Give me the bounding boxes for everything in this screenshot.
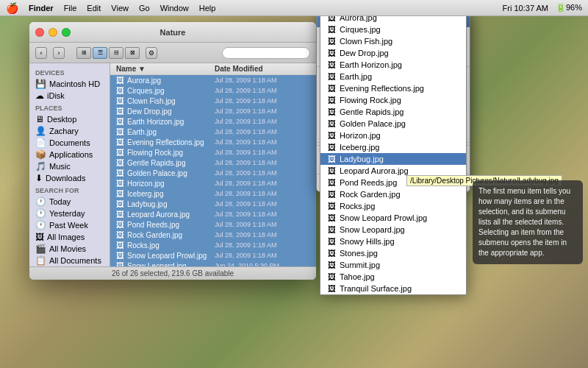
menu-window[interactable]: Window	[160, 4, 189, 13]
status-bar: 26 of 26 selected, 219.6 GB available	[29, 266, 316, 280]
minimize-button[interactable]	[49, 28, 57, 37]
menu-view[interactable]: View	[111, 4, 129, 13]
menu-finder[interactable]: Finder	[29, 4, 54, 13]
close-button[interactable]	[35, 28, 44, 37]
sidebar-item-applications[interactable]: 📦 Applications	[29, 149, 110, 160]
list-item[interactable]: 🖼Earth.jpg	[320, 71, 466, 82]
file-icon: 🖼	[328, 72, 336, 81]
sidebar-item-label: Downloads	[46, 174, 85, 183]
table-row[interactable]: 🖼Cirques.jpgJul 28, 2009 1:18 AM	[110, 85, 316, 96]
coverflow-view-button[interactable]: ⊠	[125, 47, 140, 59]
forward-button[interactable]: ›	[53, 47, 65, 59]
table-row[interactable]: 🖼Evening Reflections.jpgJul 28, 2009 1:1…	[110, 137, 316, 147]
sidebar-item-documents[interactable]: 📄 Documents	[29, 137, 110, 149]
menu-go[interactable]: Go	[139, 4, 150, 13]
menubar-left: 🍎 Finder File Edit View Go Window Help	[6, 2, 215, 14]
table-row[interactable]: 🖼Clown Fish.jpgJul 28, 2009 1:18 AM	[110, 96, 316, 106]
table-row[interactable]: 🖼Iceberg.jpgJul 28, 2009 1:18 AM	[110, 188, 316, 199]
list-item[interactable]: 🖼Stones.jpg	[320, 247, 466, 259]
file-item-label: Rock Garden.jpg	[340, 190, 401, 199]
list-item[interactable]: 🖼Rocks.jpg	[320, 200, 466, 212]
file-name: Leopard Aurora.jpg	[127, 210, 215, 219]
documents-icon: 📄	[35, 138, 46, 148]
table-row[interactable]: 🖼Earth Horizon.jpgJul 28, 2009 1:18 AM	[110, 116, 316, 127]
file-icon: 🖼	[116, 210, 124, 219]
table-row[interactable]: 🖼Pond Reeds.jpgJul 28, 2009 1:18 AM	[110, 219, 316, 230]
list-item[interactable]: 🖼Tahoe.jpg	[320, 271, 466, 283]
file-date: Jul 28, 2009 1:18 AM	[215, 231, 310, 238]
sidebar-search-past-week[interactable]: 🕐 Past Week	[29, 219, 110, 231]
list-item[interactable]: 🖼Evening Reflections.jpg	[320, 82, 466, 94]
apple-menu-icon[interactable]: 🍎	[6, 2, 18, 14]
file-icon: 🖼	[328, 213, 336, 222]
file-icon: 🖼	[328, 190, 336, 199]
list-item[interactable]: 🖼Horizon.jpg	[320, 130, 466, 141]
sidebar-search-all-docs[interactable]: 📋 All Documents	[29, 255, 110, 266]
icon-view-button[interactable]: ⊞	[76, 47, 91, 59]
table-row[interactable]: 🖼Flowing Rock.jpgJul 28, 2009 1:18 AM	[110, 147, 316, 158]
list-item[interactable]: 🖼Dew Drop.jpg	[320, 47, 466, 59]
list-item[interactable]: 🖼Gentle Rapids.jpg	[320, 106, 466, 118]
file-list: Name ▼ Date Modified 🖼Aurora.jpgJul 28, …	[110, 63, 316, 266]
list-item[interactable]: 🖼Clown Fish.jpg	[320, 35, 466, 47]
sidebar-item-idisk[interactable]: ☁ iDisk	[29, 90, 110, 102]
list-item[interactable]: 🖼Cirques.jpg	[320, 24, 466, 35]
table-row[interactable]: 🖼Rock Garden.jpgJul 28, 2009 1:18 AM	[110, 230, 316, 240]
file-item-label: Summit.jpg	[340, 261, 380, 269]
sidebar-search-all-images[interactable]: 🖼 All Images	[29, 231, 110, 243]
view-buttons: ⊞ ☰ ⊟ ⊠	[76, 47, 140, 59]
file-icon: 🖼	[116, 169, 124, 177]
table-row[interactable]: 🖼Golden Palace.jpgJul 28, 2009 1:18 AM	[110, 168, 316, 178]
table-row[interactable]: 🖼Gentle Rapids.jpgJul 28, 2009 1:18 AM	[110, 158, 316, 168]
list-item[interactable]: 🖼Earth Horizon.jpg	[320, 59, 466, 71]
file-icon: 🖼	[116, 96, 124, 105]
column-name-header[interactable]: Name ▼	[116, 65, 215, 73]
sidebar-item-zachary[interactable]: 👤 Zachary	[29, 125, 110, 137]
table-row[interactable]: 🖼Earth.jpgJul 28, 2009 1:18 AM	[110, 127, 316, 137]
file-icon: 🖼	[328, 272, 336, 281]
sidebar-search-all-movies[interactable]: 🎬 All Movies	[29, 243, 110, 255]
table-row[interactable]: 🖼Leopard Aurora.jpgJul 28, 2009 1:18 AM	[110, 209, 316, 219]
file-item-label: Snow Leopard Prowl.jpg	[340, 213, 427, 222]
sidebar-item-music[interactable]: 🎵 Music	[29, 160, 110, 172]
list-view-button[interactable]: ☰	[93, 47, 107, 59]
file-item-label: Cirques.jpg	[340, 25, 381, 34]
maximize-button[interactable]	[62, 28, 71, 37]
column-view-button[interactable]: ⊟	[109, 47, 123, 59]
list-item[interactable]: 🖼Ladybug.jpg	[320, 153, 466, 165]
downloads-icon: ⬇	[35, 173, 43, 183]
list-item[interactable]: 🖼Snow Leopard.jpg	[320, 224, 466, 236]
search-input[interactable]	[222, 47, 310, 59]
table-row[interactable]: 🖼Aurora.jpgJul 28, 2009 1:18 AM	[110, 75, 316, 85]
sidebar-search-yesterday[interactable]: 🕐 Yesterday	[29, 208, 110, 219]
table-row[interactable]: 🖼Horizon.jpgJul 28, 2009 1:18 AM	[110, 178, 316, 188]
back-button[interactable]: ‹	[35, 47, 47, 59]
action-button[interactable]: ⚙	[146, 47, 157, 59]
sidebar-item-desktop[interactable]: 🖥 Desktop	[29, 113, 110, 125]
sidebar-item-downloads[interactable]: ⬇ Downloads	[29, 172, 110, 184]
sidebar-item-macintosh-hd[interactable]: 💾 Macintosh HD	[29, 78, 110, 90]
list-item[interactable]: 🖼Iceberg.jpg	[320, 141, 466, 153]
menu-edit[interactable]: Edit	[87, 4, 101, 13]
file-icon: 🖼	[116, 138, 124, 146]
file-icon: 🖼	[116, 127, 124, 136]
list-item[interactable]: 🖼Summit.jpg	[320, 259, 466, 271]
table-row[interactable]: 🖼Rocks.jpgJul 28, 2009 1:18 AM	[110, 240, 316, 250]
table-row[interactable]: 🖼Dew Drop.jpgJul 28, 2009 1:18 AM	[110, 106, 316, 116]
table-row[interactable]: 🖼Snow Leopard.jpgJun 24, 2010 5:30 PM	[110, 261, 316, 266]
menu-file[interactable]: File	[64, 4, 77, 13]
file-item-label: Golden Palace.jpg	[340, 119, 406, 128]
list-item[interactable]: 🖼Tranquil Surface.jpg	[320, 283, 466, 294]
menu-help[interactable]: Help	[199, 4, 216, 13]
list-item[interactable]: 🖼Flowing Rock.jpg	[320, 94, 466, 106]
file-item-label: Leopard Aurora.jpg	[340, 166, 409, 175]
list-item[interactable]: 🖼Snowy Hills.jpg	[320, 236, 466, 247]
table-row[interactable]: 🖼Ladybug.jpgJul 28, 2009 1:18 AM	[110, 199, 316, 209]
list-item[interactable]: 🖼Golden Palace.jpg	[320, 118, 466, 130]
list-item[interactable]: 🖼Snow Leopard Prowl.jpg	[320, 212, 466, 224]
column-date-header[interactable]: Date Modified	[215, 65, 310, 73]
table-row[interactable]: 🖼Snow Leopard Prowl.jpgJul 28, 2009 1:18…	[110, 250, 316, 261]
sidebar-search-today[interactable]: 🕐 Today	[29, 196, 110, 208]
list-item[interactable]: 🖼Rock Garden.jpg	[320, 188, 466, 200]
file-icon: 🖼	[116, 86, 124, 95]
